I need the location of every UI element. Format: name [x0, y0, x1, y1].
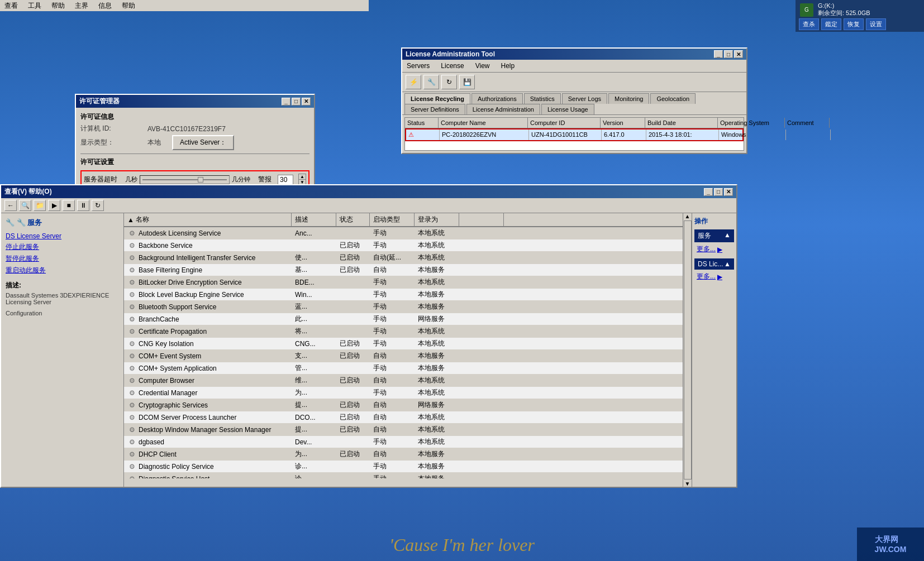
lm-alert-increment[interactable]: ▲: [299, 174, 306, 180]
table-row[interactable]: ⚙COM+ System Application管...手动本地服务: [124, 362, 683, 375]
active-server-button[interactable]: Active Server：: [172, 135, 234, 150]
services-right-panel: 操作 服务 ▲ 更多... ▶ DS Lic... ▲ 更多...: [692, 213, 736, 487]
lm-seconds-left-label: 几秒: [125, 175, 137, 184]
menu-item-help2[interactable]: 帮助: [120, 1, 137, 11]
col-header-name[interactable]: ▲ 名称: [124, 213, 292, 226]
tab-server-logs[interactable]: Server Logs: [562, 93, 607, 104]
table-row[interactable]: ⚙Base Filtering Engine基...已启动自动本地服务: [124, 264, 683, 276]
lm-close-button[interactable]: ✕: [302, 98, 311, 106]
menu-servers[interactable]: Servers: [404, 61, 432, 71]
tab-statistics[interactable]: Statistics: [524, 93, 561, 104]
table-row[interactable]: ⚙Background Intelligent Transfer Service…: [124, 252, 683, 264]
table-row[interactable]: ⚙DCOM Server Process LauncherDCO...已启动自动…: [124, 411, 683, 424]
license-manager-title: 许可证管理器: [79, 97, 120, 106]
toolbar-save-icon[interactable]: 💾: [459, 75, 475, 89]
svc-cell-desc: 提...: [292, 399, 336, 411]
table-row[interactable]: ⚙Backbone Service已启动手动本地系统: [124, 239, 683, 252]
menu-item-main[interactable]: 主界: [73, 1, 91, 11]
table-row[interactable]: ⚙Certificate Propagation将...手动本地系统: [124, 325, 683, 338]
toolbar-power-icon[interactable]: ⚡: [406, 75, 421, 89]
sidebar-link-pause[interactable]: 暂停此服务: [6, 254, 119, 263]
table-row[interactable]: ⚙Credential Manager为...手动本地系统: [124, 387, 683, 399]
active-server-btn-label: Active Server：: [180, 138, 226, 146]
table-row[interactable]: ⚙Diagnostic Service Host诊...手动本地服务: [124, 473, 683, 478]
right-panel-services[interactable]: 服务 ▲: [694, 229, 734, 242]
table-row[interactable]: ⚙Bluetooth Support Service蓝...手动本地服务: [124, 301, 683, 313]
right-panel-more2[interactable]: 更多... ▶: [694, 271, 734, 282]
svc-close-button[interactable]: ✕: [724, 188, 733, 196]
scrollbar[interactable]: ▲ ▼: [683, 213, 692, 487]
col-header-status[interactable]: 状态: [336, 213, 370, 226]
tab-authorizations[interactable]: Authorizations: [471, 93, 523, 104]
table-row[interactable]: ⚙Block Level Backup Engine ServiceWin...…: [124, 289, 683, 301]
table-row[interactable]: ⚙Autodesk Licensing ServiceAnc...手动本地系统: [124, 227, 683, 239]
right-panel-more1[interactable]: 更多... ▶: [694, 243, 734, 255]
tab-license-usage[interactable]: License Usage: [541, 104, 594, 114]
scroll-down-button[interactable]: ▼: [685, 481, 690, 487]
scroll-up-button[interactable]: ▲: [685, 213, 690, 219]
menu-item-info[interactable]: 信息: [96, 1, 114, 11]
menu-view[interactable]: View: [473, 61, 492, 71]
right-panel-title: 操作: [694, 217, 734, 226]
tab-license-administration[interactable]: License Administration: [466, 104, 540, 114]
table-row[interactable]: ⚙Cryptographic Services提...已启动自动网络服务: [124, 399, 683, 411]
svc-cell-logon: 本地服务: [415, 461, 459, 472]
svc-folder-button[interactable]: 📁: [34, 200, 46, 211]
sidebar-item-ds-license[interactable]: DS License Server: [6, 232, 119, 240]
svc-cell-logon: 本地服务: [415, 362, 459, 374]
table-row[interactable]: ⚙CNG Key IsolationCNG...已启动手动本地系统: [124, 338, 683, 350]
table-row[interactable]: ⚙Desktop Window Manager Session Manager提…: [124, 424, 683, 436]
license-table-row[interactable]: ⚠ PC-20180226EZVN UZN-41DG10011CB 6.417.…: [405, 128, 744, 141]
svc-search-button[interactable]: 🔍: [19, 200, 31, 211]
col-header-desc[interactable]: 描述: [292, 213, 336, 226]
minimize-button[interactable]: _: [714, 50, 723, 58]
col-header-logon[interactable]: 登录为: [415, 213, 459, 226]
svc-restore-button[interactable]: □: [714, 188, 723, 196]
lm-alert-input[interactable]: [278, 175, 293, 185]
sidebar-desc-title: 描述:: [6, 281, 119, 290]
taskbar-btn-settings[interactable]: 设置: [866, 18, 886, 30]
close-button[interactable]: ✕: [734, 50, 743, 58]
svc-back-button[interactable]: ←: [4, 200, 17, 211]
col-header-startup[interactable]: 启动类型: [370, 213, 415, 226]
svc-cell-extra: [459, 375, 504, 386]
lm-timeout-label: 服务器超时: [84, 175, 117, 184]
menu-license[interactable]: License: [439, 61, 466, 71]
svc-stop-button[interactable]: ■: [63, 200, 75, 211]
lm-restore-button[interactable]: □: [292, 98, 301, 106]
svc-restart-button[interactable]: ↻: [92, 200, 104, 211]
lm-minimize-button[interactable]: _: [282, 98, 290, 106]
table-row[interactable]: ⚙COM+ Event System支...已启动自动本地服务: [124, 350, 683, 362]
menu-help[interactable]: Help: [499, 61, 517, 71]
tab-license-recycling[interactable]: License Recycling: [404, 93, 470, 104]
service-gear-icon: ⚙: [127, 376, 136, 385]
toolbar-wrench-icon[interactable]: 🔧: [423, 75, 439, 89]
right-panel-services-arrow: ▲: [724, 231, 731, 241]
taskbar-btn-identify[interactable]: 鑑定: [821, 18, 841, 30]
taskbar-btn-scan[interactable]: 查杀: [799, 18, 819, 30]
menu-item-tools[interactable]: 工具: [26, 1, 44, 11]
table-row[interactable]: ⚙Diagnostic Policy Service诊...手动本地服务: [124, 461, 683, 473]
table-row[interactable]: ⚙BitLocker Drive Encryption ServiceBDE..…: [124, 276, 683, 289]
svc-pause-button[interactable]: ⏸: [77, 200, 89, 211]
svc-play-button[interactable]: ▶: [48, 200, 60, 211]
restore-button[interactable]: □: [724, 50, 733, 58]
right-panel-ds-header[interactable]: DS Lic... ▲: [694, 258, 734, 270]
table-row[interactable]: ⚙Computer Browser维...已启动自动本地系统: [124, 375, 683, 387]
service-gear-icon: ⚙: [127, 315, 136, 324]
svc-minimize-button[interactable]: _: [704, 188, 713, 196]
sidebar-link-stop[interactable]: 停止此服务: [6, 242, 119, 252]
table-row[interactable]: ⚙dgbasedDev...手动本地系统: [124, 436, 683, 448]
taskbar-btn-restore[interactable]: 恢复: [844, 18, 864, 30]
sidebar-link-restart[interactable]: 重启动此服务: [6, 266, 119, 275]
col-comment: Comment: [785, 118, 830, 128]
table-row[interactable]: ⚙DHCP Client为...已启动自动本地服务: [124, 448, 683, 461]
menu-item-help1[interactable]: 帮助: [49, 1, 67, 11]
toolbar-refresh-icon[interactable]: ↻: [441, 75, 457, 89]
tab-geolocation[interactable]: Geolocation: [650, 93, 696, 104]
tab-monitoring[interactable]: Monitoring: [608, 93, 649, 104]
menu-item-view[interactable]: 查看: [2, 1, 20, 11]
table-row[interactable]: ⚙BranchCache此...手动网络服务: [124, 313, 683, 325]
svc-cell-extra: [459, 227, 504, 239]
tab-server-definitions[interactable]: Server Definitions: [404, 104, 465, 114]
